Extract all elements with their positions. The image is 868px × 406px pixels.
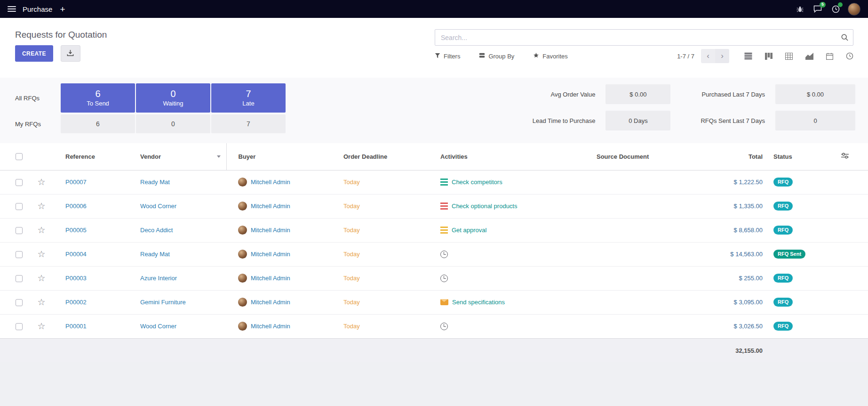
search-icon[interactable] [841, 33, 849, 43]
row-total: $ 1,222.50 [734, 179, 763, 186]
col-header-source[interactable]: Source Document [585, 143, 712, 170]
app-name[interactable]: Purchase [23, 5, 52, 13]
my-rfqs-filter[interactable]: My RFQs [15, 114, 61, 133]
user-avatar[interactable] [848, 3, 860, 16]
reference-link[interactable]: P00002 [65, 299, 87, 306]
col-header-reference[interactable]: Reference [54, 143, 128, 170]
activity-link[interactable]: Check competitors [452, 179, 502, 186]
activity-type-icon[interactable] [440, 203, 448, 210]
optional-columns-icon[interactable] [841, 154, 849, 161]
table-row[interactable]: P00002 Gemini Furniture Mitchell Admin T… [0, 290, 868, 314]
reference-link[interactable]: P00003 [65, 275, 87, 282]
select-all-checkbox[interactable] [16, 153, 23, 160]
favorite-star-icon[interactable] [37, 225, 45, 235]
col-header-activities[interactable]: Activities [429, 143, 585, 170]
pivot-view-icon[interactable] [785, 53, 793, 60]
search-input[interactable] [435, 29, 853, 46]
activity-link[interactable]: Check optional products [452, 203, 517, 210]
row-checkbox[interactable] [16, 179, 23, 186]
col-header-deadline[interactable]: Order Deadline [332, 143, 429, 170]
reference-link[interactable]: P00006 [65, 203, 87, 210]
reference-link[interactable]: P00007 [65, 179, 87, 186]
pager-next-button[interactable]: › [715, 49, 729, 63]
sort-desc-icon[interactable] [217, 155, 221, 158]
vendor-link[interactable]: Gemini Furniture [140, 299, 186, 306]
favorite-star-icon[interactable] [37, 297, 45, 307]
buyer-link[interactable]: Mitchell Admin [251, 203, 290, 210]
row-checkbox[interactable] [16, 203, 23, 210]
filters-button[interactable]: Filters [435, 53, 460, 60]
activity-view-icon[interactable] [846, 52, 853, 60]
status-badge: RFQ [773, 298, 793, 307]
favorite-star-icon[interactable] [37, 201, 45, 211]
vendor-link[interactable]: Ready Mat [140, 179, 170, 186]
buyer-link[interactable]: Mitchell Admin [251, 227, 290, 234]
new-tab-button[interactable]: + [60, 5, 65, 14]
col-header-status[interactable]: Status [766, 143, 833, 170]
vendor-link[interactable]: Deco Addict [140, 227, 173, 234]
favorite-star-icon[interactable] [37, 177, 45, 187]
vendor-link[interactable]: Ready Mat [140, 251, 170, 258]
my-late-count[interactable]: 7 [211, 114, 286, 133]
card-late[interactable]: 7 Late [211, 83, 286, 113]
favorite-star-icon[interactable] [37, 273, 45, 283]
my-to-send-count[interactable]: 6 [61, 114, 135, 133]
row-checkbox[interactable] [16, 251, 23, 258]
apps-menu-icon[interactable] [8, 6, 16, 12]
table-row[interactable]: P00007 Ready Mat Mitchell Admin Today Ch… [0, 170, 868, 194]
card-waiting[interactable]: 0 Waiting [136, 83, 210, 113]
list-view-icon[interactable] [744, 53, 752, 59]
table-row[interactable]: P00003 Azure Interior Mitchell Admin Tod… [0, 266, 868, 290]
activity-type-icon[interactable] [440, 179, 448, 186]
activity-link[interactable]: Get approval [452, 227, 486, 234]
activity-clock-icon[interactable] [440, 251, 448, 258]
calendar-view-icon[interactable] [826, 53, 833, 60]
messages-icon[interactable]: 5 [812, 3, 823, 15]
table-row[interactable]: P00001 Wood Corner Mitchell Admin Today … [0, 314, 868, 338]
create-button[interactable]: CREATE [15, 45, 53, 62]
buyer-link[interactable]: Mitchell Admin [251, 251, 290, 258]
favorites-button[interactable]: Favorites [533, 52, 567, 60]
col-header-vendor[interactable]: Vendor [128, 143, 226, 170]
graph-view-icon[interactable] [805, 53, 813, 60]
order-deadline: Today [343, 299, 360, 306]
export-button[interactable] [61, 45, 80, 62]
table-row[interactable]: P00005 Deco Addict Mitchell Admin Today … [0, 218, 868, 242]
favorite-star-icon[interactable] [37, 249, 45, 259]
col-header-total[interactable]: Total [712, 143, 766, 170]
reference-link[interactable]: P00001 [65, 323, 87, 330]
counter-row-labels: All RFQs My RFQs [15, 83, 61, 143]
buyer-link[interactable]: Mitchell Admin [251, 275, 290, 282]
activity-clock-icon[interactable] [440, 323, 448, 330]
reference-link[interactable]: P00005 [65, 227, 87, 234]
vendor-link[interactable]: Wood Corner [140, 323, 176, 330]
kanban-view-icon[interactable] [765, 53, 772, 60]
group-by-button[interactable]: Group By [479, 52, 514, 60]
table-row[interactable]: P00004 Ready Mat Mitchell Admin Today $ … [0, 242, 868, 266]
col-header-buyer[interactable]: Buyer [226, 143, 332, 170]
vendor-link[interactable]: Azure Interior [140, 275, 177, 282]
reference-link[interactable]: P00004 [65, 251, 87, 258]
row-checkbox[interactable] [16, 275, 23, 282]
activity-link[interactable]: Send specifications [452, 299, 505, 306]
pager-buttons: ‹ › [701, 49, 729, 63]
row-checkbox[interactable] [16, 323, 23, 330]
table-row[interactable]: P00006 Wood Corner Mitchell Admin Today … [0, 194, 868, 218]
vendor-link[interactable]: Wood Corner [140, 203, 176, 210]
buyer-link[interactable]: Mitchell Admin [251, 299, 290, 306]
pager-prev-button[interactable]: ‹ [701, 49, 715, 63]
debug-bug-icon[interactable] [794, 3, 805, 15]
buyer-link[interactable]: Mitchell Admin [251, 179, 290, 186]
activity-mail-icon[interactable] [440, 299, 448, 305]
buyer-link[interactable]: Mitchell Admin [251, 323, 290, 330]
card-to-send[interactable]: 6 To Send [61, 83, 135, 113]
all-rfqs-filter[interactable]: All RFQs [15, 83, 61, 113]
row-checkbox[interactable] [16, 227, 23, 234]
row-checkbox[interactable] [16, 299, 23, 306]
activities-icon[interactable] [830, 3, 841, 15]
activity-clock-icon[interactable] [440, 275, 448, 282]
my-waiting-count[interactable]: 0 [136, 114, 210, 133]
order-deadline: Today [343, 203, 360, 210]
activity-type-icon[interactable] [440, 227, 448, 234]
favorite-star-icon[interactable] [37, 321, 45, 331]
